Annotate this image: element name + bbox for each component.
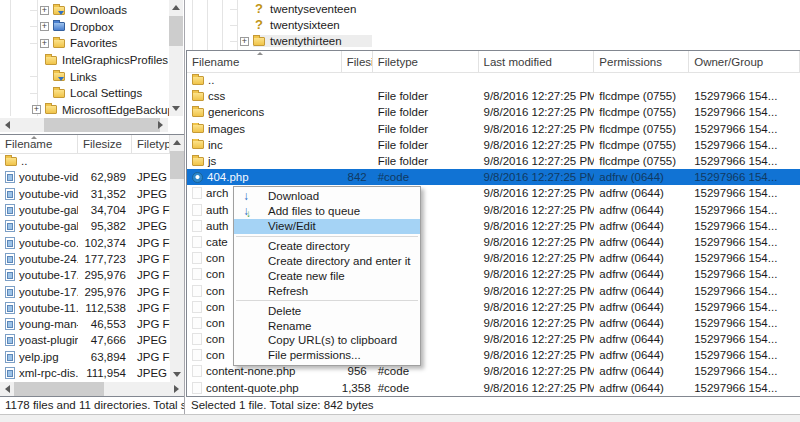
menu-item-copy-url-s-to-clipboard[interactable]: Copy URL(s) to clipboard <box>234 333 420 348</box>
scrollbar-thumb[interactable] <box>44 118 160 132</box>
owner-cell: 15297966 154... <box>689 382 800 394</box>
scrollbar-thumb[interactable] <box>169 16 183 46</box>
file-row[interactable]: youtube-24...177,723JPG File <box>0 251 170 267</box>
column-header-filetype[interactable]: Filetype <box>373 51 479 72</box>
menu-item-file-permissions[interactable]: File permissions... <box>234 348 420 363</box>
modified-cell: 9/8/2016 12:27:25 PM <box>479 349 595 361</box>
menu-item-create-directory[interactable]: Create directory <box>234 239 420 254</box>
owner-cell: 15297966 154... <box>689 123 800 135</box>
permissions-cell: flcdmpe (0755) <box>594 90 689 102</box>
tree-item-microsoftedgebackups[interactable]: +MicrosoftEdgeBackups <box>30 102 168 119</box>
directory-row[interactable]: jsFile folder9/8/2016 12:27:25 PMflcdmpe… <box>187 153 800 169</box>
tree-item-downloads[interactable]: +Downloads <box>30 2 168 19</box>
tree-item-twentyseventeen[interactable]: ?twentyseventeen <box>230 1 800 17</box>
size-cell: 47,666 <box>78 334 132 346</box>
tree-item-intelgraphicsprofiles[interactable]: IntelGraphicsProfiles <box>30 52 168 69</box>
size-cell: 177,723 <box>78 253 132 265</box>
modified-cell: 9/8/2016 12:27:25 PM <box>479 317 595 329</box>
file-row[interactable]: youtube-11...112,538JPG File <box>0 300 170 316</box>
menu-item-delete[interactable]: Delete <box>234 303 420 318</box>
expand-toggle[interactable]: + <box>40 6 49 15</box>
tree-item-links[interactable]: Links <box>30 68 168 85</box>
directory-row[interactable]: imagesFile folder9/8/2016 12:27:25 PMflc… <box>187 121 800 137</box>
file-row[interactable]: 404.php842#code9/8/2016 12:27:25 PMadfrw… <box>187 169 800 185</box>
file-row[interactable]: content-none.php956#code9/8/2016 12:27:2… <box>187 363 800 379</box>
tree-guide-line <box>207 0 208 50</box>
scrollbar-thumb[interactable] <box>170 151 184 179</box>
scroll-down-arrow[interactable] <box>173 372 181 377</box>
menu-item-refresh[interactable]: Refresh <box>234 283 420 298</box>
file-row[interactable]: yelp.jpg63,894JPG File <box>0 349 170 365</box>
local-tree-vscrollbar[interactable] <box>169 0 183 116</box>
file-row[interactable]: youtube-17...295,976JPG File <box>0 267 170 283</box>
file-row[interactable]: youtube-vid...31,352JPEG Fil <box>0 186 170 202</box>
scroll-up-arrow[interactable] <box>172 5 180 10</box>
column-header-filename[interactable]: Filename <box>187 51 342 72</box>
menu-item-download[interactable]: Download↓ <box>234 189 420 204</box>
file-row[interactable]: youtube-co...102,374JPG File <box>0 234 170 250</box>
tree-item-body: ?twentyseventeen <box>253 3 356 15</box>
file-row[interactable]: youtube-gal...34,704JPG File <box>0 202 170 218</box>
tree-connector <box>30 10 38 11</box>
column-header-filesi[interactable]: Filesi... <box>342 51 373 72</box>
tree-item-dropbox[interactable]: +Dropbox <box>30 19 168 36</box>
panel-splitter[interactable] <box>184 0 185 414</box>
type-cell: JPG File <box>132 318 170 330</box>
scroll-right-arrow[interactable] <box>174 385 179 393</box>
directory-row[interactable]: .. <box>187 72 800 88</box>
expand-toggle[interactable]: + <box>240 37 249 46</box>
file-row[interactable]: youtube-17...295,976JPG File <box>0 283 170 299</box>
permissions-cell: adfrw (0644) <box>594 252 689 264</box>
expand-toggle[interactable]: + <box>40 39 49 48</box>
filename-cell: youtube-11... <box>0 302 78 314</box>
column-header-filetype[interactable]: Filetype <box>132 135 170 153</box>
local-list-vscrollbar[interactable] <box>170 135 184 382</box>
file-row[interactable]: youtube-vid...62,989JPEG Fil <box>0 169 170 185</box>
filename-cell: youtube-vid... <box>0 171 78 183</box>
modified-cell: 9/8/2016 12:27:25 PM <box>479 268 595 280</box>
tree-connector <box>30 93 38 94</box>
menu-item-create-directory-and-enter-it[interactable]: Create directory and enter it <box>234 254 420 269</box>
scroll-down-arrow[interactable] <box>172 106 180 111</box>
file-row[interactable]: yoast-plugin...47,666JPEG Fil <box>0 332 170 348</box>
scroll-left-arrow[interactable] <box>5 121 10 129</box>
expand-toggle[interactable]: + <box>40 22 49 31</box>
menu-item-view-edit[interactable]: View/Edit <box>234 219 420 234</box>
directory-row[interactable]: .. <box>0 153 170 169</box>
file-row[interactable]: young-man-...46,553JPG File <box>0 316 170 332</box>
tree-item-local-settings[interactable]: Local Settings <box>30 85 168 102</box>
image-file-icon <box>5 269 15 281</box>
local-tree-hscrollbar[interactable] <box>0 118 168 132</box>
tree-item-twentysixteen[interactable]: ?twentysixteen <box>230 17 800 33</box>
expand-toggle[interactable]: + <box>32 105 41 114</box>
tree-item-label: twentythirteen <box>265 35 342 47</box>
file-row[interactable]: content-quote.php1,358#code9/8/2016 12:2… <box>187 380 800 396</box>
remote-tree-pane: ?twentyseventeen?twentysixteen+twentythi… <box>186 0 800 50</box>
permissions-cell: flcdmpe (0755) <box>594 106 689 118</box>
file-row[interactable]: xml-rpc-dis...111,954JPEG Fil <box>0 365 170 381</box>
directory-row[interactable]: genericonsFile folder9/8/2016 12:27:25 P… <box>187 104 800 120</box>
folder-icon <box>5 157 17 166</box>
menu-item-rename[interactable]: Rename <box>234 318 420 333</box>
scroll-up-arrow[interactable] <box>173 140 181 145</box>
modified-cell: 9/8/2016 12:27:25 PM <box>479 90 595 102</box>
column-header-owner-group[interactable]: Owner/Group <box>689 51 800 72</box>
directory-row[interactable]: cssFile folder9/8/2016 12:27:25 PMflcdmp… <box>187 88 800 104</box>
type-cell: JPEG Fil <box>132 188 170 200</box>
tree-item-twentythirteen[interactable]: +twentythirteen <box>230 33 800 49</box>
owner-cell: 15297966 154... <box>689 285 800 297</box>
directory-row[interactable]: incFile folder9/8/2016 12:27:25 PMflcdmp… <box>187 137 800 153</box>
scroll-right-arrow[interactable] <box>158 121 163 129</box>
column-header-filesize[interactable]: Filesize <box>78 135 132 153</box>
menu-item-create-new-file[interactable]: Create new file <box>234 268 420 283</box>
local-list-hscrollbar[interactable] <box>0 382 184 396</box>
scroll-left-arrow[interactable] <box>5 385 10 393</box>
scrollbar-thumb[interactable] <box>14 382 104 396</box>
file-row[interactable]: youtube-gal...95,382JPEG Fil <box>0 218 170 234</box>
column-header-filename[interactable]: Filename <box>0 135 78 153</box>
menu-item-add-files-to-queue[interactable]: Add files to queue↓↓ <box>234 204 420 219</box>
column-header-last-modified[interactable]: Last modified <box>479 51 595 72</box>
tree-item-favorites[interactable]: +Favorites <box>30 35 168 52</box>
column-header-permissions[interactable]: Permissions <box>594 51 689 72</box>
download-arrow-icon: ↓ <box>243 189 249 204</box>
